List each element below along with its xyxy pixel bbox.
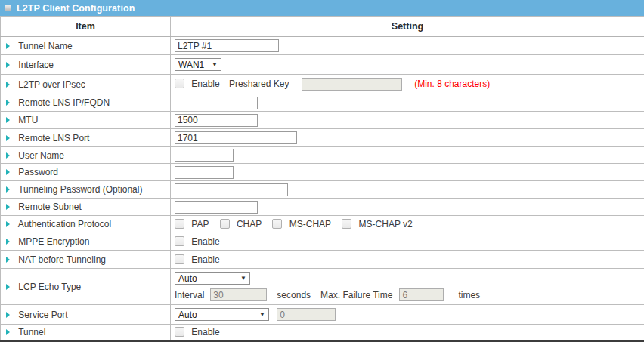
row-label: User Name: [18, 150, 64, 161]
chevron-down-icon: ▼: [240, 276, 246, 282]
panel-bottom-border: [0, 340, 644, 342]
auth-mschap-label: MS-CHAP: [289, 219, 331, 229]
failure-unit-label: times: [458, 290, 480, 300]
row-arrow-icon: [6, 169, 10, 175]
row-remote-lns-ip: Remote LNS IP/FQDN: [1, 94, 644, 112]
row-l2tp-over-ipsec: L2TP over IPsec Enable Preshared Key (Mi…: [1, 75, 644, 94]
auth-mschapv2-label: MS-CHAP v2: [359, 219, 413, 229]
password-input[interactable]: [175, 166, 234, 179]
tunnel-enable-label: Enable: [191, 327, 219, 337]
nat-enable-label: Enable: [191, 254, 219, 265]
auth-mschap-checkbox[interactable]: [272, 219, 282, 229]
auth-pap-checkbox[interactable]: [175, 219, 184, 229]
row-arrow-icon: [6, 312, 10, 318]
row-remote-subnet: Remote Subnet: [1, 199, 644, 216]
lcp-echo-type-select[interactable]: Auto ▼: [175, 272, 250, 285]
mppe-enable-label: Enable: [191, 236, 219, 247]
l2tp-client-configuration-panel: L2TP Client Configuration Item Setting T…: [0, 0, 644, 342]
row-tunnel: Tunnel Enable: [1, 325, 644, 340]
row-label: Tunnel Name: [18, 41, 73, 51]
preshared-key-input[interactable]: [302, 78, 402, 91]
interval-input[interactable]: [210, 288, 267, 301]
row-label: Service Port: [18, 310, 67, 320]
row-tunnel-name: Tunnel Name: [1, 37, 644, 55]
auth-mschapv2-checkbox[interactable]: [342, 219, 351, 229]
preshared-key-label: Preshared Key: [229, 79, 289, 89]
interval-label: Interval: [175, 290, 204, 300]
row-mppe-encryption: MPPE Encryption Enable: [1, 233, 644, 251]
row-arrow-icon: [6, 135, 10, 141]
tunnel-enable-checkbox[interactable]: [175, 327, 184, 337]
row-label: Tunneling Password (Optional): [18, 184, 142, 195]
row-arrow-icon: [6, 257, 10, 263]
row-label: Remote Subnet: [18, 202, 81, 212]
row-lcp-echo-type: LCP Echo Type Auto ▼ Interval seconds Ma…: [1, 269, 644, 305]
section-title-bar: L2TP Client Configuration: [0, 0, 644, 16]
service-port-input[interactable]: [277, 308, 336, 321]
lcp-echo-type-select-value: Auto: [178, 273, 197, 284]
row-arrow-icon: [6, 221, 10, 227]
chevron-down-icon: ▼: [212, 62, 218, 68]
preshared-key-hint: (Min. 8 characters): [414, 79, 490, 89]
row-label: Remote LNS IP/FQDN: [18, 97, 110, 108]
row-password: Password: [1, 164, 644, 181]
row-label: LCP Echo Type: [18, 282, 81, 292]
remote-subnet-input[interactable]: [175, 201, 258, 214]
row-arrow-icon: [6, 152, 10, 159]
row-authentication-protocol: Authentication Protocol PAP CHAP MS-CHAP: [1, 216, 644, 233]
row-label: Tunnel: [18, 327, 45, 337]
row-label: MPPE Encryption: [18, 236, 89, 247]
auth-pap-label: PAP: [191, 219, 209, 229]
auth-chap-checkbox[interactable]: [220, 219, 230, 229]
row-interface: Interface WAN1 ▼: [1, 55, 644, 75]
row-label: Authentication Protocol: [18, 219, 111, 229]
row-remote-lns-port: Remote LNS Port: [1, 129, 644, 147]
row-label: Remote LNS Port: [18, 133, 89, 143]
tunnel-name-input[interactable]: [175, 39, 279, 52]
mppe-enable-checkbox[interactable]: [175, 236, 184, 246]
ipsec-enable-checkbox[interactable]: [175, 79, 184, 88]
row-label: L2TP over IPsec: [18, 79, 85, 90]
row-arrow-icon: [6, 204, 10, 210]
row-arrow-icon: [6, 186, 10, 193]
row-arrow-icon: [6, 329, 10, 335]
row-arrow-icon: [6, 239, 10, 245]
row-arrow-icon: [6, 43, 10, 49]
row-label: Password: [18, 167, 58, 177]
tunneling-password-input[interactable]: [175, 183, 288, 196]
table-header-row: Item Setting: [1, 17, 644, 37]
chevron-down-icon: ▼: [259, 312, 265, 318]
row-arrow-icon: [6, 82, 10, 88]
column-header-item: Item: [1, 17, 171, 37]
user-name-input[interactable]: [175, 149, 234, 162]
max-failure-time-label: Max. Failure Time: [320, 290, 392, 300]
row-arrow-icon: [6, 117, 10, 123]
config-table: Item Setting Tunnel Name Interface WAN1 …: [0, 16, 644, 340]
nat-enable-checkbox[interactable]: [175, 254, 184, 264]
service-port-select-value: Auto: [178, 310, 197, 320]
row-service-port: Service Port Auto ▼: [1, 305, 644, 325]
max-failure-time-input[interactable]: [399, 288, 444, 301]
row-arrow-icon: [6, 62, 10, 68]
section-collapse-icon[interactable]: [5, 5, 11, 11]
mtu-input[interactable]: [175, 114, 258, 127]
interface-select[interactable]: WAN1 ▼: [175, 58, 221, 71]
section-title: L2TP Client Configuration: [17, 3, 135, 14]
auth-chap-label: CHAP: [237, 219, 262, 229]
ipsec-enable-label: Enable: [191, 79, 219, 89]
row-nat-before-tunneling: NAT before Tunneling Enable: [1, 251, 644, 269]
row-arrow-icon: [6, 284, 10, 290]
row-label: Interface: [18, 60, 54, 70]
service-port-select[interactable]: Auto ▼: [175, 308, 269, 321]
column-header-setting: Setting: [171, 17, 644, 37]
row-arrow-icon: [6, 100, 10, 106]
row-mtu: MTU: [1, 112, 644, 129]
row-user-name: User Name: [1, 147, 644, 164]
row-tunneling-password: Tunneling Password (Optional): [1, 181, 644, 199]
row-label: NAT before Tunneling: [18, 254, 106, 265]
interface-select-value: WAN1: [178, 60, 204, 70]
remote-lns-ip-input[interactable]: [175, 97, 258, 109]
row-label: MTU: [18, 115, 38, 125]
interval-unit-label: seconds: [277, 290, 311, 300]
remote-lns-port-input[interactable]: [175, 131, 297, 144]
